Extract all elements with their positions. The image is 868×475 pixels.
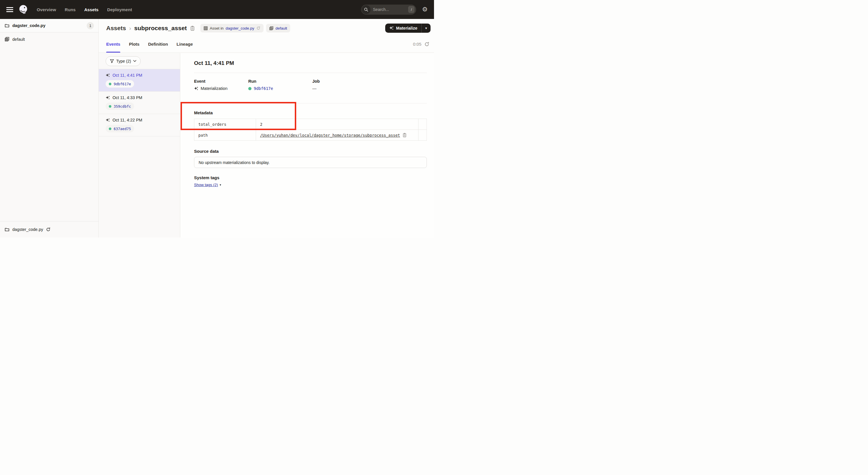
sparkle-icon xyxy=(105,96,110,100)
divider xyxy=(194,103,427,103)
metadata-key: path xyxy=(194,130,256,141)
job-value: — xyxy=(312,86,317,91)
grid-icon xyxy=(204,26,208,30)
breadcrumb-chevron: › xyxy=(129,25,132,32)
copy-icon[interactable] xyxy=(190,26,195,31)
metadata-value: 2 xyxy=(260,122,262,127)
run-id-pill[interactable]: 637aed75 xyxy=(105,125,134,132)
event-list-item[interactable]: Oct 11, 4:41 PM 9dbf617e xyxy=(99,69,180,92)
run-status-dot xyxy=(109,127,112,130)
asset-tabs: Events Plots Definition Lineage 0:05 xyxy=(99,36,434,53)
folder-icon xyxy=(5,227,9,232)
dagster-asset-page: Overview Runs Assets Deployment Search..… xyxy=(0,0,434,237)
run-id-link[interactable]: 359cdbfc xyxy=(114,104,131,109)
main-area: Assets › subprocess_asset Asset in dagst… xyxy=(99,19,434,237)
show-tags-toggle[interactable]: Show tags (2) ▾ xyxy=(194,183,221,187)
table-row: path /Users/yuhan/dev/local/dagster_home… xyxy=(194,130,427,141)
event-detail-heading: Oct 11, 4:41 PM xyxy=(194,60,234,66)
source-data-empty-message: No upstream materializations to display. xyxy=(198,160,270,165)
reload-icon[interactable] xyxy=(424,42,429,47)
sidebar-item-label: dagster_code.py xyxy=(12,23,45,28)
source-data-empty-state: No upstream materializations to display. xyxy=(194,157,427,168)
type-filter-button[interactable]: Type (2) xyxy=(105,56,141,66)
nav-link-assets[interactable]: Assets xyxy=(84,7,98,12)
event-list-item[interactable]: Oct 11, 4:22 PM 637aed75 xyxy=(99,114,180,137)
funnel-icon xyxy=(110,59,114,63)
dagster-logo[interactable] xyxy=(19,4,29,14)
reload-icon[interactable] xyxy=(256,26,260,30)
sparkle-icon xyxy=(194,86,198,91)
asset-count-badge: 1 xyxy=(87,22,94,29)
asset-group-tag[interactable]: default xyxy=(266,24,290,32)
table-end-cell xyxy=(418,130,427,141)
hamburger-menu-icon[interactable] xyxy=(6,7,13,12)
events-list-panel: Type (2) Oct 11, 4:41 PM xyxy=(99,53,180,237)
asset-group-link[interactable]: default xyxy=(276,26,287,30)
breadcrumb-assets-link[interactable]: Assets xyxy=(106,25,126,32)
caret-down-icon: ▾ xyxy=(220,183,221,186)
tab-lineage[interactable]: Lineage xyxy=(177,36,193,53)
run-label: Run xyxy=(248,79,273,84)
run-id-pill[interactable]: 9dbf617e xyxy=(105,80,134,88)
folder-icon xyxy=(5,23,9,28)
tab-events[interactable]: Events xyxy=(106,36,120,53)
asset-tag-code-location-link[interactable]: dagster_code.py xyxy=(226,26,254,30)
gear-icon[interactable]: ⚙ xyxy=(422,6,428,12)
search-input[interactable]: Search... / xyxy=(361,5,416,14)
top-nav: Overview Runs Assets Deployment Search..… xyxy=(0,0,434,19)
event-timestamp: Oct 11, 4:41 PM xyxy=(113,73,143,78)
event-timestamp: Oct 11, 4:33 PM xyxy=(113,95,143,100)
run-status-dot xyxy=(109,105,112,108)
sidebar-item-code-location[interactable]: dagster_code.py 1 xyxy=(0,19,98,32)
run-id-pill[interactable]: 359cdbfc xyxy=(105,102,134,110)
asset-tag-prefix: Asset in xyxy=(210,26,224,30)
events-filter-row: Type (2) xyxy=(99,53,180,69)
job-label: Job xyxy=(312,79,320,84)
materialize-dropdown-button[interactable]: ▾ xyxy=(422,24,431,33)
search-icon xyxy=(362,5,371,14)
page-title: subprocess_asset xyxy=(134,25,187,32)
metadata-key: total_orders xyxy=(194,119,256,129)
sidebar: dagster_code.py 1 default dagster_code.p… xyxy=(0,19,99,237)
metadata-heading: Metadata xyxy=(194,110,213,115)
sparkle-icon xyxy=(105,73,110,78)
table-end-cell xyxy=(418,119,427,129)
tab-plots[interactable]: Plots xyxy=(129,36,140,53)
run-id-link[interactable]: 9dbf617e xyxy=(114,82,131,86)
run-status-dot xyxy=(248,87,251,90)
sidebar-item-group-default[interactable]: default xyxy=(0,32,98,46)
source-data-heading: Source data xyxy=(194,149,219,154)
tab-definition[interactable]: Definition xyxy=(148,36,168,53)
sidebar-bottom-label: dagster_code.py xyxy=(12,227,43,232)
sparkle-icon xyxy=(389,26,394,30)
materialize-button[interactable]: Materialize xyxy=(385,24,422,33)
nav-link-runs[interactable]: Runs xyxy=(65,7,76,12)
event-type-value: Materialization xyxy=(200,86,228,91)
run-id-link[interactable]: 9dbf617e xyxy=(254,86,273,91)
search-placeholder: Search... xyxy=(373,7,408,12)
event-timestamp: Oct 11, 4:22 PM xyxy=(113,118,143,122)
nav-link-overview[interactable]: Overview xyxy=(37,7,56,12)
run-status-dot xyxy=(109,83,112,85)
asset-header: Assets › subprocess_asset Asset in dagst… xyxy=(99,19,434,36)
table-row: total_orders 2 xyxy=(194,119,427,130)
event-label: Event xyxy=(194,79,228,84)
asset-location-tag[interactable]: Asset in dagster_code.py xyxy=(200,24,264,32)
run-id-link[interactable]: 637aed75 xyxy=(114,127,131,131)
type-filter-label: Type (2) xyxy=(116,59,131,63)
event-list-item[interactable]: Oct 11, 4:33 PM 359cdbfc xyxy=(99,92,180,114)
event-detail-panel: Oct 11, 4:41 PM Event Materialization xyxy=(180,53,434,237)
sparkle-icon xyxy=(105,118,110,122)
slash-shortcut-badge: / xyxy=(408,6,414,13)
copy-icon[interactable] xyxy=(402,133,407,138)
sidebar-bottom-code-location[interactable]: dagster_code.py xyxy=(0,221,98,237)
refresh-timer: 0:05 xyxy=(413,42,422,47)
double-grid-icon xyxy=(5,37,9,42)
double-grid-icon xyxy=(269,26,274,30)
metadata-path-link[interactable]: /Users/yuhan/dev/local/dagster_home/stor… xyxy=(260,133,400,138)
chevron-down-icon xyxy=(133,60,136,62)
nav-link-deployment[interactable]: Deployment xyxy=(107,7,132,12)
reload-icon[interactable] xyxy=(46,227,51,232)
nav-right: Search... / ⚙ xyxy=(361,5,428,14)
show-tags-label: Show tags (2) xyxy=(194,183,218,187)
